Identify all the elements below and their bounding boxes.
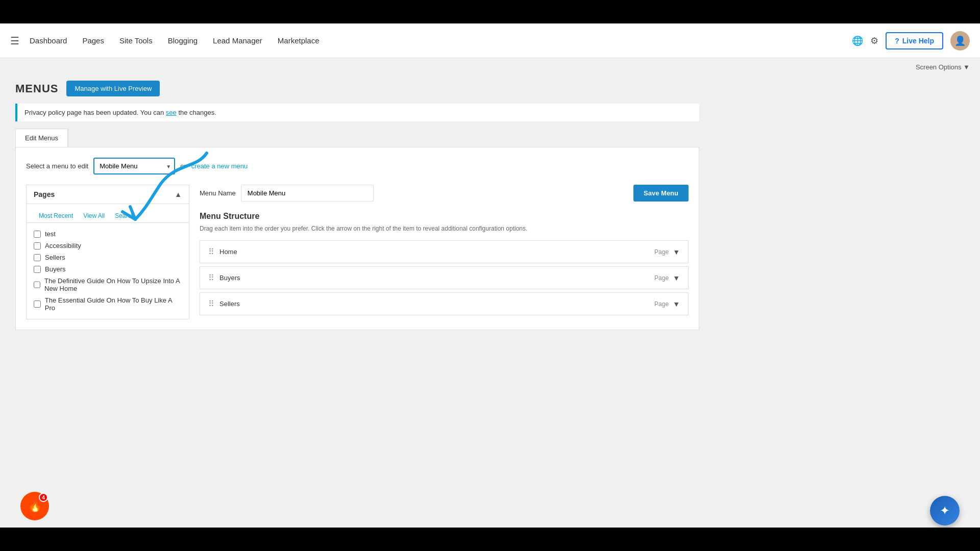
- left-panel: Pages ▲ Most Recent View All Search test: [26, 185, 189, 319]
- menu-item-expand-button[interactable]: ▼: [673, 300, 680, 308]
- menu-item-type-sellers: Page: [654, 300, 669, 308]
- question-icon: ?: [895, 37, 899, 45]
- checkbox-accessibility[interactable]: [34, 242, 41, 249]
- checkbox-sellers[interactable]: [34, 254, 41, 261]
- checkbox-test[interactable]: [34, 231, 41, 238]
- checkbox-definitive[interactable]: [34, 281, 40, 288]
- tab-view-all[interactable]: View All: [78, 209, 110, 222]
- notice-bar: Privacy policy page has been updated. Yo…: [15, 104, 699, 121]
- menu-item-left: ⠿ Buyers: [208, 273, 240, 283]
- pages-panel: Pages ▲ Most Recent View All Search test: [26, 185, 189, 319]
- menu-item-name-sellers: Sellers: [219, 300, 240, 308]
- top-bar: [0, 0, 980, 23]
- tab-most-recent[interactable]: Most Recent: [34, 209, 78, 222]
- select-menu-row: Select a menu to edit Mobile Menu Main M…: [26, 158, 689, 174]
- list-item: Buyers: [34, 263, 182, 275]
- panel-collapse-button[interactable]: ▲: [175, 190, 182, 198]
- panel-list: test Accessibility Sellers Buyers: [27, 223, 189, 319]
- nav-right: 🌐 ⚙ ? Live Help 👤: [852, 31, 970, 51]
- menu-select-wrapper: Mobile Menu Main Menu Footer Menu: [93, 158, 175, 174]
- checkbox-essential[interactable]: [34, 300, 41, 308]
- right-panel: Menu Name Save Menu Menu Structure Drag …: [200, 185, 689, 318]
- menu-item-type-home: Page: [654, 248, 669, 256]
- nav-bar: ☰ Dashboard Pages Site Tools Blogging Le…: [0, 23, 980, 58]
- nav-lead-manager[interactable]: Lead Manager: [213, 36, 262, 45]
- item-label-definitive: The Definitive Guide On How To Upsize In…: [44, 277, 182, 292]
- tab-search[interactable]: Search: [110, 209, 139, 222]
- nav-links: Dashboard Pages Site Tools Blogging Lead…: [30, 36, 320, 45]
- avatar[interactable]: 👤: [950, 31, 970, 51]
- menu-item-right: Page ▼: [654, 300, 680, 308]
- list-item: test: [34, 228, 182, 240]
- save-menu-button[interactable]: Save Menu: [633, 185, 689, 202]
- tab-bar: Edit Menus: [15, 129, 68, 147]
- menu-select-dropdown[interactable]: Mobile Menu Main Menu Footer Menu: [93, 158, 175, 174]
- menu-name-row: Menu Name Save Menu: [200, 185, 689, 202]
- two-col-layout: Pages ▲ Most Recent View All Search test: [26, 185, 689, 319]
- menu-item-expand-button[interactable]: ▼: [673, 274, 680, 282]
- item-label-test: test: [45, 230, 56, 238]
- menu-name-label: Menu Name: [200, 189, 236, 197]
- nav-dashboard[interactable]: Dashboard: [30, 36, 67, 45]
- hamburger-icon[interactable]: ☰: [10, 35, 19, 47]
- screen-options-bar: Screen Options ▼: [0, 58, 980, 76]
- gear-icon[interactable]: ⚙: [870, 35, 878, 46]
- item-label-accessibility: Accessibility: [45, 242, 81, 249]
- menu-structure-title: Menu Structure: [200, 212, 689, 221]
- drag-handle-icon[interactable]: ⠿: [208, 273, 214, 283]
- notice-text: Privacy policy page has been updated. Yo…: [24, 109, 166, 116]
- list-item: The Essential Guide On How To Buy Like A…: [34, 294, 182, 314]
- screen-options-button[interactable]: Screen Options ▼: [916, 63, 970, 71]
- live-help-button[interactable]: ? Live Help: [886, 32, 943, 49]
- menu-item-left: ⠿ Sellers: [208, 299, 240, 309]
- list-item: The Definitive Guide On How To Upsize In…: [34, 275, 182, 294]
- menu-item-right: Page ▼: [654, 274, 680, 282]
- list-item: Accessibility: [34, 240, 182, 252]
- item-label-buyers: Buyers: [45, 265, 65, 273]
- menu-item-expand-button[interactable]: ▼: [673, 248, 680, 256]
- menu-item-left: ⠿ Home: [208, 247, 237, 257]
- menu-structure: Menu Structure Drag each item into the o…: [200, 212, 689, 315]
- menu-item-buyers: ⠿ Buyers Page ▼: [200, 266, 689, 289]
- checkbox-buyers[interactable]: [34, 266, 41, 273]
- globe-icon[interactable]: 🌐: [852, 35, 863, 46]
- live-help-label: Live Help: [902, 37, 934, 45]
- panel-tabs: Most Recent View All Search: [27, 204, 189, 223]
- notice-suffix: the changes.: [177, 109, 216, 116]
- drag-handle-icon[interactable]: ⠿: [208, 299, 214, 309]
- menu-item-name-buyers: Buyers: [219, 274, 240, 282]
- menu-item-type-buyers: Page: [654, 274, 669, 282]
- menu-item-sellers: ⠿ Sellers Page ▼: [200, 292, 689, 315]
- notice-link[interactable]: see: [166, 109, 177, 116]
- panel-title: Pages: [34, 190, 55, 198]
- menu-structure-desc: Drag each item into the order you prefer…: [200, 225, 689, 232]
- list-item: Sellers: [34, 252, 182, 263]
- menus-title: MENUS: [15, 82, 58, 95]
- menu-name-group: Menu Name: [200, 185, 374, 202]
- edit-area: Select a menu to edit Mobile Menu Main M…: [15, 147, 699, 330]
- nav-marketplace[interactable]: Marketplace: [278, 36, 320, 45]
- nav-pages[interactable]: Pages: [82, 36, 104, 45]
- menu-name-input[interactable]: [241, 185, 374, 202]
- nav-site-tools[interactable]: Site Tools: [119, 36, 153, 45]
- menu-item-name-home: Home: [219, 248, 237, 256]
- panel-header: Pages ▲: [27, 185, 189, 204]
- manage-live-preview-button[interactable]: Manage with Live Preview: [66, 81, 160, 96]
- menus-header: MENUS Manage with Live Preview: [15, 81, 699, 96]
- item-label-essential: The Essential Guide On How To Buy Like A…: [45, 296, 182, 312]
- nav-blogging[interactable]: Blogging: [168, 36, 198, 45]
- new-menu-link[interactable]: create a new menu: [191, 162, 248, 170]
- drag-handle-icon[interactable]: ⠿: [208, 247, 214, 257]
- select-menu-label: Select a menu to edit: [26, 162, 88, 170]
- tab-edit-menus[interactable]: Edit Menus: [16, 129, 68, 147]
- main-content: MENUS Manage with Live Preview Privacy p…: [0, 76, 715, 356]
- menu-item-right: Page ▼: [654, 248, 680, 256]
- menu-item-home: ⠿ Home Page ▼: [200, 240, 689, 263]
- or-text: or: [180, 162, 186, 170]
- item-label-sellers: Sellers: [45, 254, 65, 261]
